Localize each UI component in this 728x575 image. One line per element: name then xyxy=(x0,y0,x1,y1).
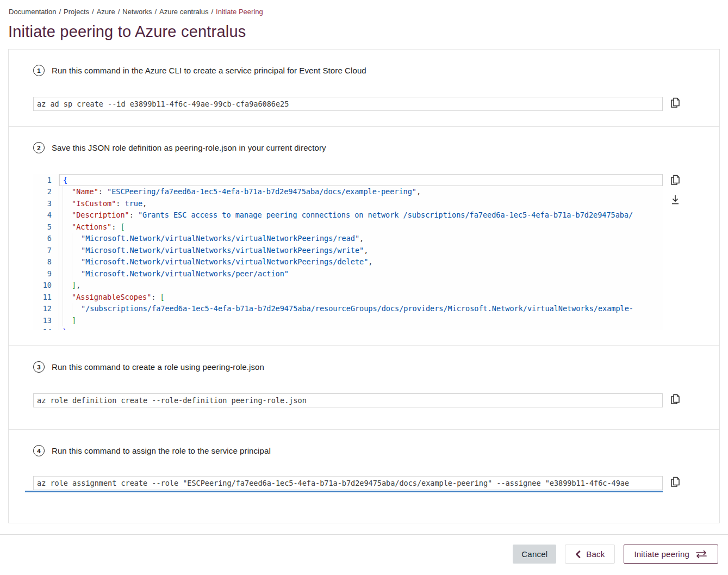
code-token-punct: : xyxy=(98,187,107,196)
page-title: Initiate peering to Azure centralus xyxy=(8,23,728,41)
code-token-punct: , xyxy=(364,246,368,255)
step-4: 4 Run this command to assign the role to… xyxy=(9,430,719,523)
step-3-number-badge: 3 xyxy=(33,361,45,373)
code-line-content: { xyxy=(59,174,663,186)
breadcrumb-item-azure[interactable]: Azure xyxy=(97,8,115,16)
json-editor-lines: 1{2"Name": "ESCPeering/fa7eed6a-1ec5-4ef… xyxy=(33,174,663,330)
code-token-brace: } xyxy=(63,327,67,330)
breadcrumb: Documentation/Projects/Azure/Networks/Az… xyxy=(0,0,728,16)
code-line-content: "Microsoft.Network/virtualNetworks/peer/… xyxy=(59,268,663,280)
code-token-brace: { xyxy=(63,176,67,184)
step-2-instruction: Save this JSON role definition as peerin… xyxy=(52,143,326,152)
initiate-peering-button[interactable]: Initiate peering xyxy=(624,545,718,564)
code-token-punct: , xyxy=(368,257,372,266)
breadcrumb-separator: / xyxy=(118,8,120,16)
code-line-content: ] xyxy=(59,314,663,326)
breadcrumb-item-networks[interactable]: Networks xyxy=(122,8,152,16)
step-4-code-wrap: az role assignment create --role "ESCPee… xyxy=(33,476,663,490)
step-1-code-field[interactable]: az ad sp create --id e3899b11-4f6c-49ae-… xyxy=(33,97,663,111)
indent-guide xyxy=(72,303,81,315)
line-number: 8 xyxy=(33,256,59,268)
line-number: 7 xyxy=(33,244,59,256)
breadcrumb-separator: / xyxy=(59,8,61,16)
step-1-code-row: az ad sp create --id e3899b11-4f6c-49ae-… xyxy=(33,97,692,111)
line-number: 6 xyxy=(33,233,59,245)
cancel-button-label: Cancel xyxy=(521,549,547,559)
copy-icon xyxy=(670,174,681,186)
breadcrumb-separator: / xyxy=(92,8,94,16)
json-editor[interactable]: 1{2"Name": "ESCPeering/fa7eed6a-1ec5-4ef… xyxy=(33,174,663,330)
step-3-code-row: az role definition create --role-definit… xyxy=(33,393,692,407)
breadcrumb-item-projects[interactable]: Projects xyxy=(64,8,89,16)
step-3-header: 3 Run this command to create a role usin… xyxy=(33,361,692,373)
code-line: 4"Description": "Grants ESC access to ma… xyxy=(33,209,663,221)
code-line: 12"/subscriptions/fa7eed6a-1ec5-4efa-b71… xyxy=(33,303,663,315)
line-number: 4 xyxy=(33,209,59,221)
swap-arrows-icon xyxy=(695,550,708,559)
step-3: 3 Run this command to create a role usin… xyxy=(9,346,719,429)
step-3-copy-button[interactable] xyxy=(670,393,681,405)
cancel-button[interactable]: Cancel xyxy=(513,545,556,564)
indent-guide xyxy=(63,244,72,256)
horizontal-scrollbar[interactable] xyxy=(25,491,663,492)
code-line: 14} xyxy=(33,326,663,331)
back-button[interactable]: Back xyxy=(565,545,615,564)
breadcrumb-item-documentation[interactable]: Documentation xyxy=(9,8,56,16)
code-token-str: "Microsoft.Network/virtualNetworks/peer/… xyxy=(81,269,289,278)
line-number: 13 xyxy=(33,314,59,326)
code-line: 5"Actions": [ xyxy=(33,221,663,233)
back-button-label: Back xyxy=(586,549,605,559)
code-line-content: "Microsoft.Network/virtualNetworks/virtu… xyxy=(59,233,663,245)
code-token-str: "Microsoft.Network/virtualNetworks/virtu… xyxy=(81,246,364,255)
indent-guide xyxy=(63,291,72,303)
code-token-key: "IsCustom" xyxy=(72,199,116,208)
step-1-copy-button[interactable] xyxy=(670,97,681,109)
line-number: 14 xyxy=(33,326,59,331)
line-number: 10 xyxy=(33,280,59,292)
breadcrumb-item-azure-centralus[interactable]: Azure centralus xyxy=(159,8,208,16)
code-token-bracket: ] xyxy=(72,281,76,289)
line-number: 9 xyxy=(33,268,59,280)
code-line: 7"Microsoft.Network/virtualNetworks/virt… xyxy=(33,244,663,256)
step-4-code-row: az role assignment create --role "ESCPee… xyxy=(33,476,692,490)
step-4-copy-button[interactable] xyxy=(670,476,681,488)
code-line: 2"Name": "ESCPeering/fa7eed6a-1ec5-4efa-… xyxy=(33,186,663,198)
code-token-str: "Microsoft.Network/virtualNetworks/virtu… xyxy=(81,234,359,243)
code-line-content: "/subscriptions/fa7eed6a-1ec5-4efa-b71a-… xyxy=(59,303,663,315)
code-token-key: "Name" xyxy=(72,187,98,196)
indent-guide xyxy=(63,186,72,198)
code-token-punct: : xyxy=(116,199,125,208)
code-token-bracket: [ xyxy=(120,222,125,231)
initiate-peering-button-label: Initiate peering xyxy=(634,549,689,559)
chevron-left-icon xyxy=(575,551,581,558)
step-2-copy-button[interactable] xyxy=(670,174,681,186)
line-number: 2 xyxy=(33,186,59,198)
step-2-download-button[interactable] xyxy=(670,194,681,205)
code-token-punct: : xyxy=(111,222,120,231)
code-token-punct: , xyxy=(76,281,80,289)
code-line: 9"Microsoft.Network/virtualNetworks/peer… xyxy=(33,268,663,280)
copy-icon xyxy=(670,97,681,109)
step-2-editor-row: 1{2"Name": "ESCPeering/fa7eed6a-1ec5-4ef… xyxy=(33,174,692,330)
code-line: 13] xyxy=(33,314,663,326)
code-line: 11"AssignableScopes": [ xyxy=(33,291,663,303)
code-line: 10], xyxy=(33,280,663,292)
step-3-code-wrap: az role definition create --role-definit… xyxy=(33,393,663,407)
step-1: 1 Run this command in the Azure CLI to c… xyxy=(9,50,719,126)
line-number: 11 xyxy=(33,291,59,303)
code-line-content: "Name": "ESCPeering/fa7eed6a-1ec5-4efa-b… xyxy=(59,186,663,198)
copy-icon xyxy=(670,393,681,405)
step-2: 2 Save this JSON role definition as peer… xyxy=(9,127,719,345)
page: Documentation/Projects/Azure/Networks/Az… xyxy=(0,0,728,575)
indent-guide xyxy=(63,221,72,233)
step-3-code-field[interactable]: az role definition create --role-definit… xyxy=(33,393,663,407)
step-2-number-badge: 2 xyxy=(33,142,45,153)
indent-guide xyxy=(63,209,72,221)
step-4-code-field[interactable]: az role assignment create --role "ESCPee… xyxy=(33,476,663,490)
code-token-punct: , xyxy=(359,234,364,243)
step-1-number-badge: 1 xyxy=(33,65,45,76)
indent-guide xyxy=(72,268,81,280)
indent-guide xyxy=(72,256,81,268)
step-1-header: 1 Run this command in the Azure CLI to c… xyxy=(33,65,692,76)
step-2-header: 2 Save this JSON role definition as peer… xyxy=(33,142,692,153)
